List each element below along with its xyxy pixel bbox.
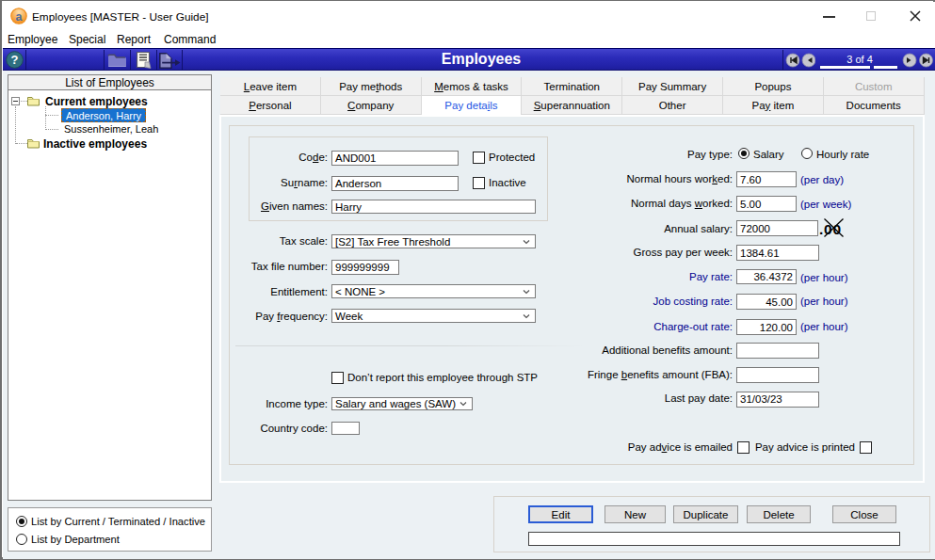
svg-text:a: a — [16, 10, 24, 24]
svg-text:?: ? — [11, 53, 19, 67]
